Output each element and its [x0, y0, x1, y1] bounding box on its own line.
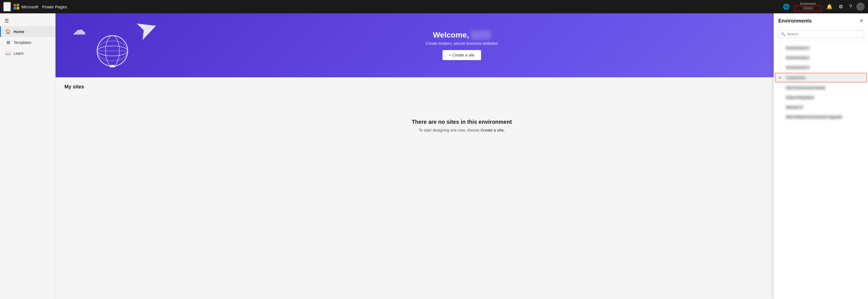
app-name: Power Pages: [42, 4, 67, 9]
home-icon: 🏠: [5, 29, 11, 34]
sidebar-item-templates-label: Templates: [13, 40, 31, 45]
env-item-name: Dev Environment Newer: [785, 86, 826, 90]
env-selector-button[interactable]: ••••••••: [794, 5, 822, 11]
ms-logo-group: Microsoft: [13, 4, 38, 9]
my-sites-title: My sites: [64, 84, 859, 90]
globe-decoration: [94, 33, 133, 77]
learn-icon: 📖: [5, 51, 11, 56]
no-sites-message: There are no sites in this environment T…: [64, 97, 859, 155]
sidebar-item-home[interactable]: 🏠 Home: [0, 26, 55, 37]
help-icon[interactable]: ?: [847, 2, 854, 11]
microsoft-logo: [13, 4, 19, 9]
app-layout: ☰ 🏠 Home ⊞ Templates 📖 Learn ☁: [0, 13, 868, 299]
cloud-left-decoration: ☁: [72, 22, 86, 38]
env-item-name: Falcon Ring Barn: [785, 96, 814, 100]
hero-content: Welcome, Create modern, secure business …: [426, 31, 498, 60]
env-list-item[interactable]: Environment 1: [774, 43, 868, 53]
env-list-item[interactable]: ✓Current Env: [775, 73, 867, 82]
env-item-name: Environment 2: [785, 56, 810, 60]
env-search-wrapper: 🔍: [778, 30, 864, 38]
sidebar-toggle[interactable]: ☰: [0, 16, 55, 26]
env-label: Environment: [800, 2, 816, 5]
hero-welcome-text: Welcome,: [426, 31, 498, 39]
svg-marker-0: [137, 18, 158, 39]
top-nav: ⊞ Microsoft Power Pages 🌐 Environment ••…: [0, 0, 868, 13]
env-search-box: 🔍: [774, 28, 868, 41]
env-item-name: New Default Environment Upgrade: [785, 115, 842, 119]
sidebar-item-templates[interactable]: ⊞ Templates: [0, 37, 55, 48]
env-list-item[interactable]: Environment 3: [774, 62, 868, 72]
env-list-item[interactable]: Manual 17: [774, 102, 868, 112]
env-list-item[interactable]: Falcon Ring Barn: [774, 92, 868, 102]
env-item-name: Current Env: [786, 76, 806, 80]
env-panel-close-button[interactable]: ✕: [859, 18, 864, 24]
env-search-icon: 🔍: [781, 32, 785, 36]
main-content: ☁ ☁: [56, 13, 868, 299]
brand-name: Microsoft: [21, 4, 38, 9]
sidebar-item-learn-label: Learn: [13, 51, 24, 56]
env-item-name: Environment 3: [785, 65, 810, 70]
env-item-name: Manual 17: [785, 105, 804, 109]
paper-plane-decoration: [135, 17, 162, 45]
hero-username: [471, 31, 491, 39]
sidebar-item-learn[interactable]: 📖 Learn: [0, 48, 55, 59]
env-list: Environment 1Environment 2Environment 3✓…: [774, 41, 868, 299]
env-item-check-icon: ✓: [779, 75, 783, 80]
hero-banner: ☁ ☁: [56, 13, 868, 77]
settings-icon[interactable]: ⚙: [837, 2, 845, 11]
env-search-input[interactable]: [787, 32, 861, 36]
env-panel-title: Environments: [778, 18, 812, 24]
dataverse-icon[interactable]: 🌐: [781, 2, 792, 12]
sidebar-item-home-label: Home: [13, 29, 24, 34]
create-site-button[interactable]: + Create a site: [442, 50, 481, 60]
environments-panel: Environments ✕ 🔍 Environment 1Environmen…: [774, 13, 868, 299]
notification-icon[interactable]: 🔔: [825, 2, 834, 11]
env-list-item[interactable]: New Default Environment Upgrade: [774, 112, 868, 122]
env-list-item[interactable]: Environment 2: [774, 53, 868, 62]
no-sites-empty-subtitle: To start designing one now, choose Creat…: [64, 128, 859, 132]
hero-subtitle: Create modern, secure business websites: [426, 41, 498, 46]
templates-icon: ⊞: [5, 40, 11, 45]
no-sites-empty-title: There are no sites in this environment: [64, 119, 859, 125]
sidebar: ☰ 🏠 Home ⊞ Templates 📖 Learn: [0, 13, 56, 299]
my-sites-section: My sites There are no sites in this envi…: [56, 77, 868, 161]
environment-section: Environment ••••••••: [794, 2, 822, 11]
env-panel-header: Environments ✕: [774, 13, 868, 28]
env-list-item[interactable]: Dev Environment Newer: [774, 83, 868, 92]
svg-rect-8: [111, 65, 114, 67]
env-item-name: Environment 1: [785, 46, 810, 50]
user-avatar[interactable]: [856, 2, 865, 11]
grid-menu-icon[interactable]: ⊞: [3, 2, 11, 11]
